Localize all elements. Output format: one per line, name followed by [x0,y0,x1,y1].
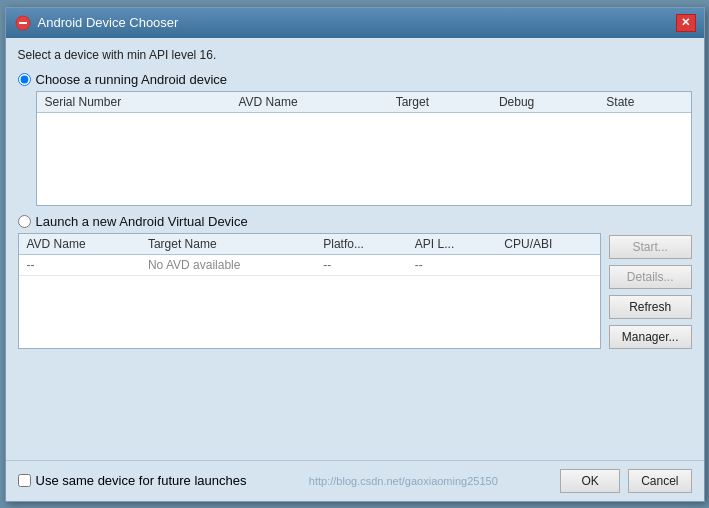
manager-button[interactable]: Manager... [609,325,692,349]
avd-table: AVD Name Target Name Platfo... API L... … [19,234,600,276]
details-button[interactable]: Details... [609,265,692,289]
watermark-area: http://blog.csdn.net/gaoxiaoming25150 [247,473,561,488]
col-platform: Platfo... [315,234,407,255]
dialog-content: Select a device with min API level 16. C… [6,38,704,460]
avd-table-wrapper: AVD Name Target Name Platfo... API L... … [18,233,601,349]
running-device-radio-label[interactable]: Choose a running Android device [18,72,692,87]
svg-rect-1 [19,22,27,24]
col-cpu-abi: CPU/ABI [496,234,599,255]
avd-radio-label[interactable]: Launch a new Android Virtual Device [18,214,692,229]
running-device-label: Choose a running Android device [36,72,228,87]
refresh-button[interactable]: Refresh [609,295,692,319]
dialog-footer: Use same device for future launches http… [6,460,704,501]
same-device-checkbox-label[interactable]: Use same device for future launches [18,473,247,488]
avd-api-cell: -- [407,254,496,275]
col-state: State [598,92,690,113]
title-bar-left: Android Device Chooser [14,14,179,32]
close-button[interactable]: ✕ [676,14,696,32]
lower-section: AVD Name Target Name Platfo... API L... … [18,233,692,349]
same-device-label: Use same device for future launches [36,473,247,488]
info-text: Select a device with min API level 16. [18,48,692,64]
avd-table-header-row: AVD Name Target Name Platfo... API L... … [19,234,600,255]
dialog-title: Android Device Chooser [38,15,179,30]
footer-left: Use same device for future launches [18,473,247,488]
avd-radio[interactable] [18,215,31,228]
col-debug: Debug [491,92,598,113]
running-devices-table-container: Serial Number AVD Name Target Debug Stat… [36,91,692,206]
same-device-checkbox[interactable] [18,474,31,487]
running-devices-table: Serial Number AVD Name Target Debug Stat… [37,92,691,113]
start-button[interactable]: Start... [609,235,692,259]
ok-button[interactable]: OK [560,469,620,493]
dialog-icon [14,14,32,32]
cancel-button[interactable]: Cancel [628,469,691,493]
avd-name-cell: -- [19,254,140,275]
col-api-level: API L... [407,234,496,255]
watermark-text: http://blog.csdn.net/gaoxiaoming25150 [309,475,498,487]
android-device-chooser-dialog: Android Device Chooser ✕ Select a device… [5,7,705,502]
col-avd-name-running: AVD Name [230,92,387,113]
running-device-section: Choose a running Android device Serial N… [18,72,692,206]
avd-table-body: -- No AVD available -- -- [19,254,600,275]
avd-target-name-cell: No AVD available [140,254,315,275]
avd-table-container: AVD Name Target Name Platfo... API L... … [18,233,601,349]
title-bar: Android Device Chooser ✕ [6,8,704,38]
col-target-name: Target Name [140,234,315,255]
running-device-radio[interactable] [18,73,31,86]
avd-platform-cell: -- [315,254,407,275]
col-avd-name: AVD Name [19,234,140,255]
avd-section: Launch a new Android Virtual Device AVD … [18,214,692,349]
col-target: Target [388,92,491,113]
avd-label: Launch a new Android Virtual Device [36,214,248,229]
footer-right: OK Cancel [560,469,691,493]
running-table-header-row: Serial Number AVD Name Target Debug Stat… [37,92,691,113]
avd-buttons: Start... Details... Refresh Manager... [609,233,692,349]
avd-cpu-cell [496,254,599,275]
avd-no-avd-row: -- No AVD available -- -- [19,254,600,275]
col-serial-number: Serial Number [37,92,231,113]
